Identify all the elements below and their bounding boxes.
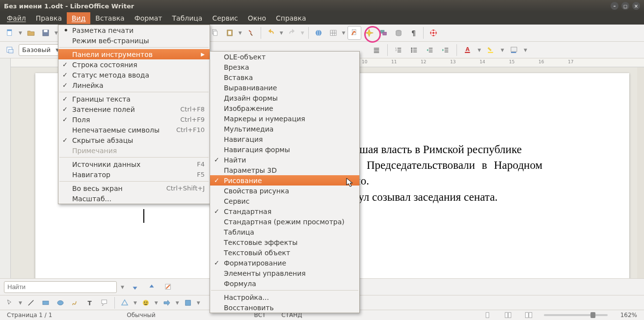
select-tool-button[interactable] — [3, 296, 17, 310]
menu-item-web-layout[interactable]: Режим веб-страницы — [58, 35, 210, 46]
copy-button[interactable] — [208, 26, 222, 40]
menu-item-text-boundaries[interactable]: Границы текста — [58, 94, 210, 104]
menu-item-print-layout[interactable]: Разметка печати — [58, 25, 210, 35]
shapes-dropdown[interactable]: ▼ — [133, 300, 138, 305]
find-input[interactable] — [4, 281, 117, 293]
submenu-item-table[interactable]: Таблица — [210, 227, 359, 237]
highlight-color-dropdown[interactable]: ▼ — [500, 48, 505, 53]
maximize-button[interactable]: ◻ — [621, 2, 629, 10]
rectangle-tool-button[interactable] — [39, 296, 53, 310]
submenu-item-customize[interactable]: Настройка... — [210, 292, 359, 302]
background-color-button[interactable] — [507, 43, 521, 57]
submenu-item-draw-props[interactable]: Свойства рисунка — [210, 186, 359, 196]
menu-edit[interactable]: Правка — [31, 12, 67, 24]
freeform-tool-button[interactable] — [68, 296, 82, 310]
submenu-item-params3d[interactable]: Параметры 3D — [210, 165, 359, 175]
menu-item-nonprinting[interactable]: Непечатаемые символыCtrl+F10 — [58, 125, 210, 135]
menu-item-zoom[interactable]: Масштаб... — [58, 193, 210, 204]
vertical-scrollbar[interactable] — [637, 67, 644, 278]
basic-shapes-button[interactable] — [118, 296, 132, 310]
close-button[interactable]: × — [632, 2, 640, 10]
submenu-item-text-obj[interactable]: Текстовый объект — [210, 247, 359, 258]
flowchart-shapes-button[interactable] — [181, 296, 195, 310]
menu-view[interactable]: Вид — [67, 12, 90, 24]
menu-tools[interactable]: Сервис — [207, 12, 242, 24]
styles-button[interactable] — [3, 43, 17, 57]
align-block-button[interactable] — [370, 43, 383, 57]
menu-item-navigator[interactable]: НавигаторF5 — [58, 169, 210, 180]
font-color-button[interactable]: A — [461, 43, 475, 57]
menu-format[interactable]: Формат — [130, 12, 167, 24]
new-dropdown[interactable]: ▼ — [18, 30, 23, 35]
menu-item-ime-status[interactable]: Статус метода ввода — [58, 70, 210, 80]
find-next-button[interactable] — [145, 280, 159, 294]
arrows-dropdown[interactable]: ▼ — [175, 300, 180, 305]
paragraph-style-combo[interactable]: Базовый▼ — [19, 44, 61, 56]
submenu-item-find[interactable]: Найти — [210, 155, 359, 165]
submenu-item-frame[interactable]: Врезка — [210, 62, 359, 72]
menu-insert[interactable]: Вставка — [90, 12, 129, 24]
submenu-item-navigation[interactable]: Навигация — [210, 134, 359, 144]
submenu-item-align[interactable]: Выравнивание — [210, 82, 359, 93]
format-paintbrush-button[interactable] — [244, 26, 258, 40]
menu-file[interactable]: Файл — [2, 12, 31, 24]
view-layout-multi-icon[interactable] — [503, 308, 513, 320]
line-tool-button[interactable] — [24, 296, 38, 310]
page-indicator[interactable]: Страница 1 / 1 — [4, 312, 55, 319]
symbol-shapes-button[interactable] — [139, 296, 153, 310]
minimize-button[interactable]: – — [611, 2, 618, 10]
undo-dropdown[interactable]: ▼ — [279, 30, 284, 35]
submenu-item-form-nav[interactable]: Навигация формы — [210, 144, 359, 155]
submenu-item-ole[interactable]: OLE-объект — [210, 52, 359, 62]
text-tool-button[interactable]: T — [83, 296, 97, 310]
table-dropdown[interactable]: ▼ — [341, 30, 347, 35]
find-history-dropdown[interactable]: ▼ — [120, 285, 125, 290]
navigator-button[interactable] — [362, 26, 376, 40]
submenu-item-insert[interactable]: Вставка — [210, 72, 359, 82]
submenu-item-controls[interactable]: Элементы управления — [210, 268, 359, 278]
paste-dropdown[interactable]: ▼ — [238, 30, 243, 35]
menu-window[interactable]: Окно — [243, 12, 271, 24]
hyperlink-button[interactable] — [312, 26, 325, 40]
menu-help[interactable]: Справка — [271, 12, 311, 24]
open-button[interactable] — [24, 26, 38, 40]
submenu-item-text-fx[interactable]: Текстовые эффекты — [210, 237, 359, 247]
menu-item-notes[interactable]: Примечания — [58, 145, 210, 156]
font-color-dropdown[interactable]: ▼ — [477, 48, 482, 53]
menu-item-fields[interactable]: ПоляCtrl+F9 — [58, 114, 210, 125]
help-button[interactable] — [427, 26, 440, 40]
callout-tool-button[interactable] — [98, 296, 111, 310]
find-prev-button[interactable] — [128, 280, 142, 294]
menu-item-hidden-paragraphs[interactable]: Скрытые абзацы — [58, 135, 210, 145]
nonprinting-button[interactable]: ¶ — [406, 26, 420, 40]
view-layout-single-icon[interactable] — [482, 308, 493, 320]
gallery-button[interactable] — [377, 26, 391, 40]
zoom-value[interactable]: 162% — [617, 312, 640, 319]
find-replace-button[interactable] — [161, 280, 175, 294]
zoom-slider[interactable] — [544, 314, 608, 316]
submenu-item-form-design[interactable]: Дизайн формы — [210, 93, 359, 103]
new-doc-button[interactable] — [3, 26, 17, 40]
submenu-item-formula[interactable]: Формула — [210, 278, 359, 289]
menu-item-toolbars[interactable]: Панели инструментов▶ — [58, 49, 210, 59]
page-style-indicator[interactable]: Обычный — [124, 312, 159, 319]
submenu-item-standard[interactable]: Стандартная — [210, 206, 359, 216]
submenu-item-standard-view[interactable]: Стандартная (режим просмотра) — [210, 216, 359, 227]
submenu-item-image[interactable]: Изображение — [210, 103, 359, 113]
flowchart-dropdown[interactable]: ▼ — [196, 300, 201, 305]
menu-item-ruler[interactable]: Линейка — [58, 80, 210, 90]
table-button[interactable] — [326, 26, 340, 40]
menu-item-fullscreen[interactable]: Во весь экранCtrl+Shift+J — [58, 183, 210, 193]
show-draw-functions-button[interactable] — [348, 26, 361, 40]
menu-item-field-shadings[interactable]: Затенение полейCtrl+F8 — [58, 104, 210, 114]
redo-button[interactable] — [285, 26, 299, 40]
symbol-shapes-dropdown[interactable]: ▼ — [154, 300, 159, 305]
menu-item-datasources[interactable]: Источники данныхF4 — [58, 159, 210, 169]
decrease-indent-button[interactable] — [423, 43, 437, 57]
submenu-item-bullets[interactable]: Маркеры и нумерация — [210, 113, 359, 124]
block-arrows-button[interactable] — [160, 296, 174, 310]
view-layout-book-icon[interactable] — [523, 308, 534, 320]
increase-indent-button[interactable] — [439, 43, 453, 57]
undo-button[interactable] — [264, 26, 278, 40]
menu-item-statusbar[interactable]: Строка состояния — [58, 59, 210, 70]
